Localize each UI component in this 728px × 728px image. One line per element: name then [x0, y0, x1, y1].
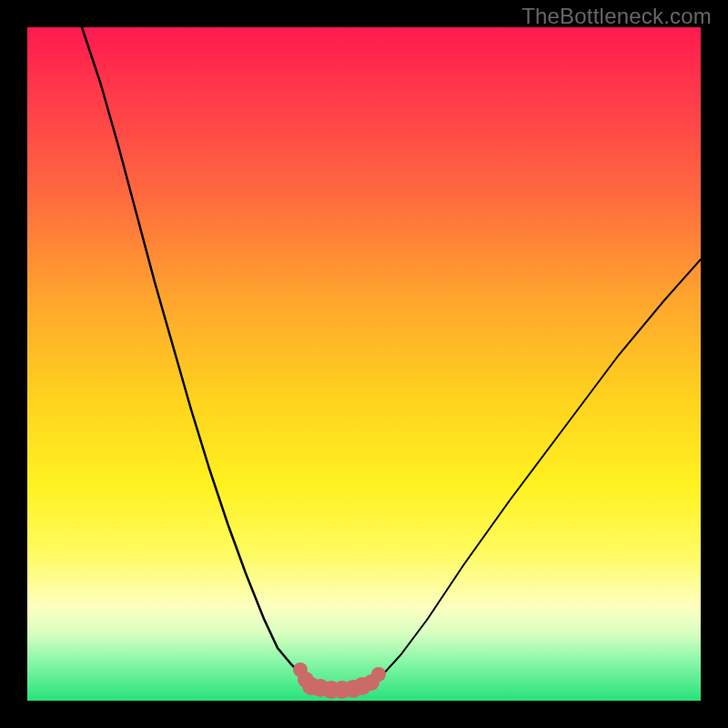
curve-svg	[27, 27, 701, 701]
curve-left	[82, 27, 314, 685]
bottom-marker-group	[293, 662, 386, 699]
watermark-text: TheBottleneck.com	[521, 4, 712, 29]
bottom-marker	[371, 667, 386, 682]
outer-frame: TheBottleneck.com	[0, 0, 728, 728]
plot-area	[27, 27, 701, 701]
curve-right	[369, 259, 701, 685]
